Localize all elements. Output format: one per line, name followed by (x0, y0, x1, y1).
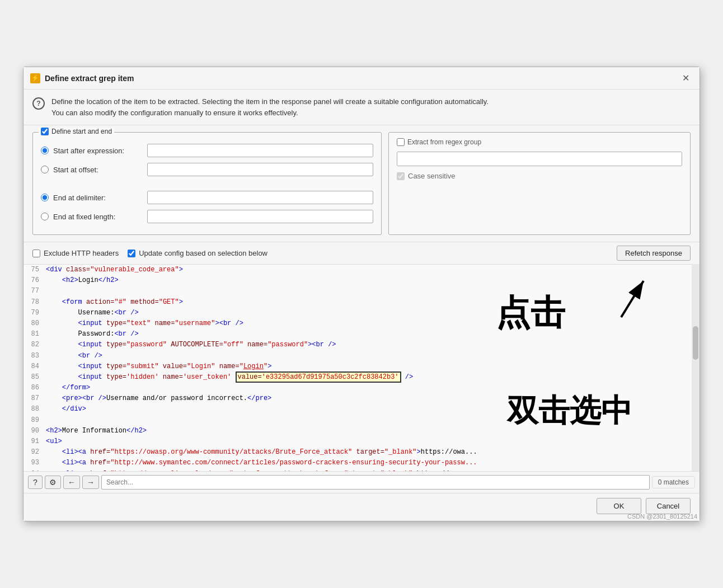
left-panel: Define start and end Start after express… (32, 132, 382, 235)
exclude-http-checkbox[interactable] (32, 250, 40, 257)
help-button[interactable]: ? (28, 476, 43, 489)
start-at-offset-radio[interactable] (41, 166, 49, 173)
panels-row: Define start and end Start after express… (24, 125, 699, 242)
refetch-button[interactable]: Refetch response (617, 246, 691, 261)
extract-from-regex-checkbox[interactable] (397, 138, 405, 146)
title-bar: ⚡ Define extract grep item ✕ (24, 67, 699, 90)
code-line-85: 85 <input type='hidden' name='user_token… (24, 372, 699, 383)
end-at-fixed-label: End at fixed length: (53, 213, 143, 221)
end-at-delimiter-radio[interactable] (41, 194, 49, 201)
options-left: Exclude HTTP headers Update config based… (32, 249, 267, 257)
forward-button[interactable]: → (82, 476, 99, 489)
settings-button[interactable]: ⚙ (45, 476, 61, 489)
case-sensitive-checkbox[interactable] (397, 172, 405, 180)
update-config-label: Update config based on selection below (139, 249, 267, 257)
back-button[interactable]: ← (63, 476, 80, 489)
scrollbar[interactable] (692, 264, 699, 471)
code-line-82: 82 <input type="password" AUTOCOMPLETE="… (24, 340, 699, 350)
code-line-94: 94 <li><a href="https://www.golinuxcloud… (24, 469, 699, 471)
exclude-http-label: Exclude HTTP headers (44, 249, 119, 257)
code-line-93: 93 <li><a href="http://www.symantec.com/… (24, 458, 699, 468)
info-bar: ? Define the location of the item to be … (24, 90, 699, 125)
code-line-83: 83 <br /> (24, 351, 699, 361)
start-after-label: Start after expression: (53, 147, 143, 155)
end-at-fixed-input[interactable] (147, 210, 373, 223)
app-icon: ⚡ (30, 73, 40, 83)
code-line-76: 76 <h2>Login</h2> (24, 275, 699, 286)
options-bar: Exclude HTTP headers Update config based… (24, 242, 699, 264)
code-line-91: 91 <ul> (24, 436, 699, 447)
end-at-fixed-radio[interactable] (41, 213, 49, 220)
dialog-window: ⚡ Define extract grep item ✕ ? Define th… (23, 67, 700, 521)
start-after-input[interactable] (147, 144, 373, 157)
define-start-end-checkbox[interactable] (41, 128, 49, 135)
code-line-79: 79 Username:<br /> (24, 308, 699, 318)
code-line-75: 75 <div class="vulnerable_code_area"> (24, 265, 699, 275)
search-input[interactable] (101, 475, 650, 490)
case-sensitive-label: Case sensitive (408, 172, 456, 180)
code-line-92: 92 <li><a href="https://owasp.org/www-co… (24, 447, 699, 458)
end-at-delimiter-label: End at delimiter: (53, 194, 143, 202)
watermark: CSDN @2301_80125214 (625, 512, 699, 521)
regex-input[interactable] (397, 152, 682, 166)
bottom-bar: ? ⚙ ← → 0 matches (24, 471, 699, 493)
action-buttons: OK Cancel (24, 493, 699, 521)
code-line-81: 81 Password:<br /> (24, 329, 699, 340)
case-sensitive-row: Case sensitive (397, 172, 682, 180)
exclude-http-option: Exclude HTTP headers (32, 249, 119, 257)
start-at-offset-label: Start at offset: (53, 166, 143, 174)
end-at-delimiter-input[interactable] (147, 191, 373, 204)
update-config-checkbox[interactable] (128, 250, 135, 257)
code-line-78: 78 <form action="#" method="GET"> (24, 297, 699, 308)
end-at-fixed-row: End at fixed length: (41, 210, 373, 223)
update-config-option: Update config based on selection below (128, 249, 267, 257)
info-icon: ? (32, 97, 45, 110)
start-after-radio[interactable] (41, 147, 49, 154)
code-line-89: 89 (24, 415, 699, 426)
right-panel-legend: Extract from regex group (397, 138, 682, 146)
code-line-84: 84 <input type="submit" value="Login" na… (24, 361, 699, 372)
start-after-row: Start after expression: (41, 144, 373, 157)
code-line-86: 86 </form> (24, 383, 699, 393)
code-line-90: 90 <h2>More Information</h2> (24, 426, 699, 436)
code-line-87: 87 <pre><br />Username and/or password i… (24, 393, 699, 404)
code-line-80: 80 <input type="text" name="username"><b… (24, 318, 699, 329)
code-content: 75 <div class="vulnerable_code_area"> 76… (24, 265, 699, 471)
code-line-88: 88 </div> (24, 404, 699, 415)
panel-legend: Define start and end (39, 128, 114, 135)
title-bar-left: ⚡ Define extract grep item (30, 73, 134, 83)
info-text: Define the location of the item to be ex… (51, 96, 489, 118)
matches-badge: 0 matches (652, 476, 695, 488)
code-line-77: 77 (24, 286, 699, 297)
right-panel: Extract from regex group Case sensitive (388, 132, 691, 235)
start-at-offset-input[interactable] (147, 163, 373, 176)
scroll-thumb[interactable] (693, 326, 698, 360)
close-button[interactable]: ✕ (679, 72, 693, 84)
end-at-delimiter-row: End at delimiter: (41, 191, 373, 204)
dialog-title: Define extract grep item (45, 74, 134, 83)
code-area[interactable]: 75 <div class="vulnerable_code_area"> 76… (24, 264, 699, 471)
start-at-offset-row: Start at offset: (41, 163, 373, 176)
code-area-wrapper: 75 <div class="vulnerable_code_area"> 76… (24, 264, 699, 471)
